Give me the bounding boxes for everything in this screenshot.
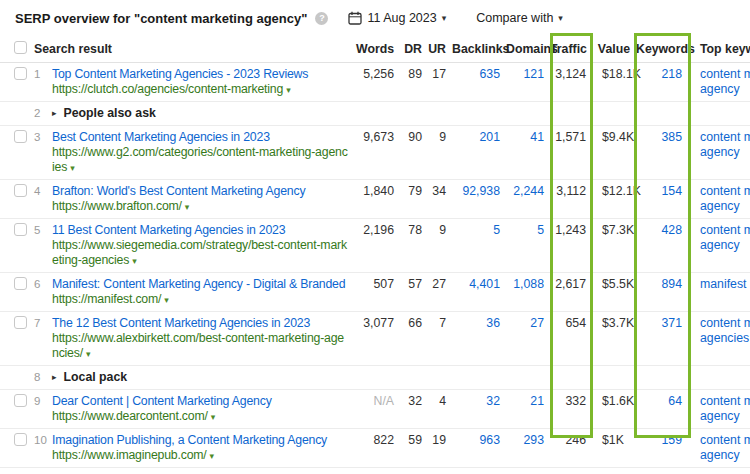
checkbox-cell (0, 63, 34, 88)
column-header-top-keyword: Top keyword (688, 42, 750, 57)
backlinks-cell-link[interactable]: 92,938 (462, 184, 500, 198)
domains-cell-link[interactable]: 5 (537, 223, 544, 237)
result-url-link[interactable]: https://www.alexbirkett.com/best-content… (52, 331, 344, 360)
top-keyword-cell-link[interactable]: content marketing agency (700, 433, 750, 462)
backlinks-cell-link[interactable]: 201 (479, 130, 500, 144)
value-cell: $1K (592, 429, 636, 452)
row-checkbox[interactable] (14, 130, 27, 143)
result-title-link[interactable]: Imagination Publishing, a Content Market… (52, 433, 348, 448)
keywords-cell-link[interactable]: 154 (661, 184, 682, 198)
row-checkbox[interactable] (14, 316, 27, 329)
compare-with-button[interactable]: Compare with ▾ (476, 11, 563, 25)
chevron-down-icon[interactable]: ▾ (132, 256, 137, 266)
dr-cell: 78 (400, 219, 428, 242)
top-keyword-cell-link[interactable]: manifest (700, 277, 746, 291)
traffic-cell: 3,112 (550, 180, 592, 203)
search-result-cell: Brafton: World's Best Content Marketing … (52, 180, 356, 218)
checkbox-cell (0, 102, 34, 110)
domains-cell: 293 (506, 429, 550, 452)
row-checkbox[interactable] (14, 223, 27, 236)
chevron-down-icon[interactable]: ▾ (211, 412, 216, 422)
chevron-down-icon[interactable]: ▾ (286, 85, 291, 95)
chevron-down-icon: ▾ (442, 14, 447, 23)
domains-cell-link[interactable]: 41 (530, 130, 544, 144)
help-icon[interactable]: ? (315, 12, 328, 25)
checkbox-cell (0, 180, 34, 205)
result-title-link[interactable]: Brafton: World's Best Content Marketing … (52, 184, 348, 199)
keywords-cell-link[interactable]: 64 (668, 394, 682, 408)
top-keyword-cell-link[interactable]: content marketing agency (700, 223, 750, 252)
result-title-link[interactable]: Dear Content | Content Marketing Agency (52, 394, 348, 409)
result-url-link[interactable]: https://www.dearcontent.com/ (52, 409, 208, 423)
domains-cell-link[interactable]: 2,244 (513, 184, 544, 198)
keywords-cell-link[interactable]: 371 (661, 316, 682, 330)
backlinks-cell-link[interactable]: 36 (486, 316, 500, 330)
backlinks-cell-link[interactable]: 635 (479, 67, 500, 81)
domains-cell: 41 (506, 126, 550, 149)
compare-with-label: Compare with (476, 11, 553, 25)
result-url-link[interactable]: https://clutch.co/agencies/content-marke… (52, 82, 283, 96)
keywords-cell-link[interactable]: 428 (661, 223, 682, 237)
row-number: 9 (34, 390, 52, 413)
chevron-down-icon[interactable]: ▾ (86, 349, 91, 359)
chevron-down-icon[interactable]: ▾ (164, 295, 169, 305)
keywords-cell-link[interactable]: 159 (661, 433, 682, 447)
table-row: 7The 12 Best Content Marketing Agencies … (0, 312, 750, 366)
date-picker-button[interactable]: 11 Aug 2023 ▾ (348, 11, 446, 25)
backlinks-cell-link[interactable]: 32 (486, 394, 500, 408)
top-keyword-cell-link[interactable]: content marketing agency (700, 67, 750, 96)
row-checkbox[interactable] (14, 277, 27, 290)
dr-cell: 57 (400, 273, 428, 296)
result-url-link[interactable]: https://www.siegemedia.com/strategy/best… (52, 238, 347, 267)
top-keyword-cell-link[interactable]: content marketing agency (700, 130, 750, 159)
result-title-link[interactable]: The 12 Best Content Marketing Agencies i… (52, 316, 348, 331)
top-keyword-cell: content marketing agency (688, 126, 750, 164)
header-checkbox-cell (0, 41, 34, 58)
top-keyword-cell-link[interactable]: content marketing agencies (700, 316, 750, 345)
keywords-cell-link[interactable]: 385 (661, 130, 682, 144)
domains-cell: 121 (506, 63, 550, 86)
expand-icon: ▸ (52, 372, 57, 382)
backlinks-cell-link[interactable]: 963 (479, 433, 500, 447)
keywords-cell: 218 (636, 63, 688, 86)
result-url-link[interactable]: https://manifest.com/ (52, 292, 161, 306)
result-url-link[interactable]: https://www.g2.com/categories/content-ma… (52, 145, 348, 174)
chevron-down-icon[interactable]: ▾ (185, 202, 190, 212)
top-keyword-cell-link[interactable]: content marketing agency (700, 394, 750, 423)
chevron-down-icon[interactable]: ▾ (210, 451, 215, 461)
domains-cell-link[interactable]: 21 (530, 394, 544, 408)
domains-cell-link[interactable]: 27 (530, 316, 544, 330)
keywords-cell-link[interactable]: 894 (661, 277, 682, 291)
top-keyword-cell-link[interactable]: content marketing agency (700, 184, 750, 213)
value-cell: $7.3K (592, 219, 636, 242)
row-checkbox[interactable] (14, 67, 27, 80)
backlinks-cell-link[interactable]: 4,401 (469, 277, 500, 291)
table-row: 4Brafton: World's Best Content Marketing… (0, 180, 750, 219)
domains-cell-link[interactable]: 1,088 (513, 277, 544, 291)
row-checkbox[interactable] (14, 394, 27, 407)
column-header-ur: UR (428, 42, 452, 57)
serp-feature-row: 8▸Local pack (0, 366, 750, 390)
top-keyword-cell: content marketing agency (688, 390, 750, 428)
result-title-link[interactable]: Best Content Marketing Agencies in 2023 (52, 130, 348, 145)
result-title-link[interactable]: Top Content Marketing Agencies - 2023 Re… (52, 67, 348, 82)
column-header-search-result: Search result (34, 42, 356, 57)
result-url-link[interactable]: https://www.brafton.com/ (52, 199, 182, 213)
traffic-cell: 3,124 (550, 63, 592, 86)
serp-feature-cell[interactable]: ▸People also ask (52, 102, 750, 125)
result-url-link[interactable]: https://www.imaginepub.com/ (52, 448, 207, 462)
result-title-link[interactable]: 11 Best Content Marketing Agencies in 20… (52, 223, 348, 238)
domains-cell-link[interactable]: 293 (523, 433, 544, 447)
backlinks-cell-link[interactable]: 5 (493, 223, 500, 237)
row-checkbox[interactable] (14, 433, 27, 446)
serp-feature-cell[interactable]: ▸Local pack (52, 366, 750, 389)
ur-cell: 9 (428, 126, 452, 149)
dr-cell: 59 (400, 429, 428, 452)
result-title-link[interactable]: Manifest: Content Marketing Agency - Dig… (52, 277, 348, 292)
serp-overview-panel: SERP overview for "content marketing age… (0, 0, 750, 474)
keywords-cell-link[interactable]: 218 (661, 67, 682, 81)
select-all-checkbox[interactable] (14, 41, 27, 54)
domains-cell-link[interactable]: 121 (523, 67, 544, 81)
chevron-down-icon[interactable]: ▾ (70, 163, 75, 173)
row-checkbox[interactable] (14, 184, 27, 197)
